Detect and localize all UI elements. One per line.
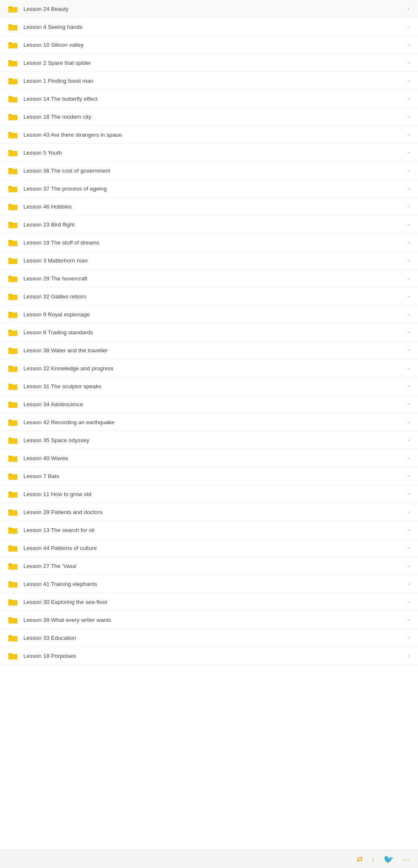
- list-item[interactable]: Lesson 38 Water and the traveller -: [0, 341, 418, 359]
- folder-icon: [8, 203, 18, 210]
- more-action[interactable]: -: [403, 311, 410, 318]
- list-item[interactable]: Lesson 30 Exploring the sea-floor -: [0, 593, 418, 611]
- list-item[interactable]: Lesson 35 Space odyssey -: [0, 431, 418, 449]
- list-item[interactable]: Lesson 7 Bats -: [0, 467, 418, 485]
- svg-rect-127: [8, 564, 12, 565]
- list-item[interactable]: Lesson 43 Are there strangers in space -: [0, 126, 418, 144]
- list-item[interactable]: Lesson 42 Recording an earthquake -: [0, 413, 418, 431]
- more-action[interactable]: -: [403, 167, 410, 174]
- list-item[interactable]: Lesson 18 Porpoises -: [0, 647, 418, 665]
- list-item[interactable]: Lesson 44 Patterns of culture -: [0, 539, 418, 557]
- svg-rect-95: [8, 420, 12, 421]
- more-action[interactable]: -: [403, 652, 410, 659]
- more-action[interactable]: -: [403, 149, 410, 156]
- list-item[interactable]: Lesson 9 Royal espionage -: [0, 305, 418, 323]
- more-action[interactable]: -: [403, 472, 410, 480]
- list-item[interactable]: Lesson 33 Education -: [0, 629, 418, 647]
- more-action[interactable]: -: [403, 328, 410, 336]
- list-item[interactable]: Lesson 24 Beauty -: [0, 0, 418, 18]
- list-item[interactable]: Lesson 8 Trading standards -: [0, 323, 418, 341]
- lesson-label: Lesson 11 How to grow old: [23, 491, 403, 497]
- list-item[interactable]: Lesson 29 The hovercraft -: [0, 270, 418, 288]
- list-item[interactable]: Lesson 34 Adolescence -: [0, 395, 418, 413]
- lesson-label: Lesson 30 Exploring the sea-floor: [23, 599, 403, 605]
- folder-icon: [8, 526, 18, 534]
- more-action[interactable]: -: [403, 113, 410, 120]
- lesson-label: Lesson 13 The search for oil: [23, 527, 403, 533]
- list-item[interactable]: Lesson 36 The cost of government -: [0, 162, 418, 180]
- list-item[interactable]: Lesson 14 The butterfly effect -: [0, 90, 418, 108]
- list-item[interactable]: Lesson 46 Hobbies -: [0, 198, 418, 216]
- list-item[interactable]: Lesson 40 Waves -: [0, 449, 418, 467]
- svg-rect-131: [8, 582, 12, 583]
- more-action[interactable]: -: [403, 616, 410, 624]
- more-action[interactable]: -: [403, 454, 410, 462]
- more-action[interactable]: -: [403, 293, 410, 300]
- list-item[interactable]: Lesson 5 Youth -: [0, 144, 418, 162]
- more-action[interactable]: -: [403, 203, 410, 210]
- more-action[interactable]: -: [403, 400, 410, 408]
- lesson-label: Lesson 14 The butterfly effect: [23, 96, 403, 102]
- lesson-list: Lesson 24 Beauty - Lesson 4 Seeing hands…: [0, 0, 418, 665]
- lesson-label: Lesson 23 Bird flight: [23, 221, 403, 228]
- lesson-label: Lesson 33 Education: [23, 635, 403, 641]
- folder-icon: [8, 239, 18, 246]
- more-action[interactable]: -: [403, 59, 410, 66]
- svg-rect-19: [8, 79, 12, 80]
- more-action[interactable]: -: [403, 23, 410, 31]
- svg-rect-123: [8, 546, 12, 547]
- more-action[interactable]: -: [403, 508, 410, 516]
- list-item[interactable]: Lesson 19 The stuff of dreams -: [0, 234, 418, 252]
- more-action[interactable]: -: [403, 382, 410, 390]
- more-action[interactable]: -: [403, 634, 410, 641]
- more-action[interactable]: -: [403, 275, 410, 282]
- more-action[interactable]: -: [403, 95, 410, 102]
- more-action[interactable]: -: [403, 580, 410, 588]
- more-action[interactable]: -: [403, 131, 410, 138]
- list-item[interactable]: Lesson 27 The 'Vasa' -: [0, 557, 418, 575]
- lesson-label: Lesson 16 The modern city: [23, 114, 403, 120]
- more-action[interactable]: -: [403, 490, 410, 498]
- more-action[interactable]: -: [403, 598, 410, 606]
- list-item[interactable]: Lesson 23 Bird flight -: [0, 216, 418, 234]
- list-item[interactable]: Lesson 11 How to grow old -: [0, 485, 418, 503]
- svg-rect-23: [8, 97, 12, 98]
- more-action[interactable]: -: [403, 221, 410, 228]
- more-action[interactable]: -: [403, 364, 410, 372]
- list-item[interactable]: Lesson 3 Matterhorn man -: [0, 252, 418, 270]
- list-item[interactable]: Lesson 37 The process of ageing -: [0, 180, 418, 198]
- more-action[interactable]: -: [403, 257, 410, 264]
- list-item[interactable]: Lesson 28 Patients and doctors -: [0, 503, 418, 521]
- list-item[interactable]: Lesson 22 Knowledge and progress -: [0, 359, 418, 377]
- list-item[interactable]: Lesson 10 Silicon valley -: [0, 36, 418, 54]
- list-item[interactable]: Lesson 16 The modern city -: [0, 108, 418, 126]
- more-action[interactable]: -: [403, 526, 410, 534]
- lesson-label: Lesson 44 Patterns of culture: [23, 545, 403, 551]
- list-item[interactable]: Lesson 32 Galileo reborn -: [0, 288, 418, 305]
- lesson-label: Lesson 5 Youth: [23, 150, 403, 156]
- lesson-label: Lesson 19 The stuff of dreams: [23, 239, 403, 246]
- more-action[interactable]: -: [403, 41, 410, 48]
- more-action[interactable]: -: [403, 418, 410, 426]
- folder-icon: [8, 580, 18, 588]
- more-action[interactable]: -: [403, 77, 410, 84]
- more-action[interactable]: -: [403, 436, 410, 444]
- more-action[interactable]: -: [403, 562, 410, 570]
- svg-rect-83: [8, 366, 12, 367]
- svg-rect-47: [8, 204, 12, 206]
- more-action[interactable]: -: [403, 185, 410, 192]
- list-item[interactable]: Lesson 13 The search for oil -: [0, 521, 418, 539]
- list-item[interactable]: Lesson 1 Finding fossil man -: [0, 72, 418, 90]
- more-action[interactable]: -: [403, 5, 410, 13]
- more-action[interactable]: -: [403, 346, 410, 354]
- more-action[interactable]: -: [403, 239, 410, 246]
- list-item[interactable]: Lesson 31 The sculptor speaks -: [0, 377, 418, 395]
- svg-rect-63: [8, 276, 12, 277]
- list-item[interactable]: Lesson 4 Seeing hands -: [0, 18, 418, 36]
- list-item[interactable]: Lesson 39 What every writer wants -: [0, 611, 418, 629]
- list-item[interactable]: Lesson 41 Training elephants -: [0, 575, 418, 593]
- more-action[interactable]: -: [403, 544, 410, 552]
- lesson-label: Lesson 36 The cost of government: [23, 168, 403, 174]
- folder-icon: [8, 544, 18, 552]
- list-item[interactable]: Lesson 2 Spare that spider -: [0, 54, 418, 72]
